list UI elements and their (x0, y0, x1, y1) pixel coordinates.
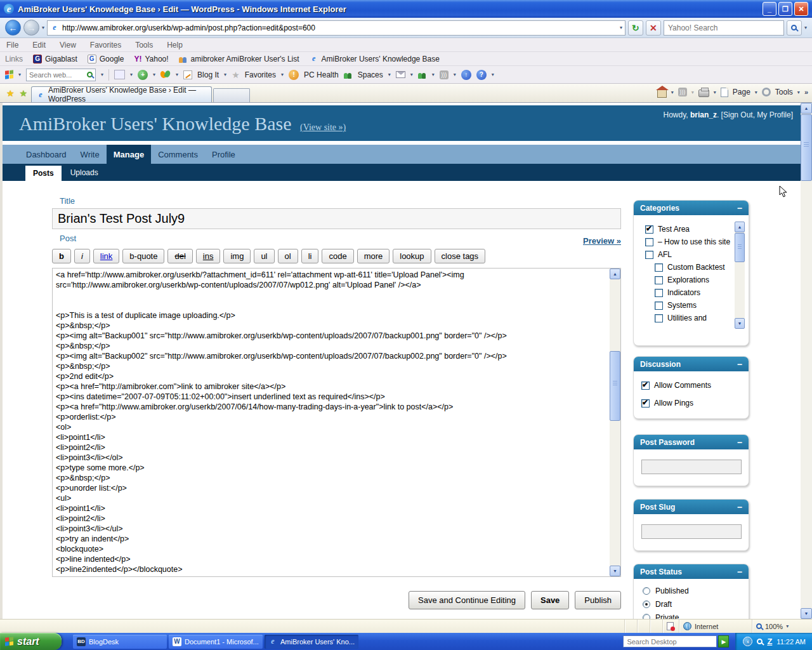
blog-it-button[interactable]: Blog It (197, 70, 219, 79)
msn-butterfly-icon[interactable] (160, 70, 171, 79)
menu-help[interactable]: Help (167, 41, 183, 50)
menu-edit[interactable]: Edit (32, 41, 46, 50)
tray-search-icon[interactable] (757, 639, 763, 644)
tools-menu-button[interactable]: Tools (775, 88, 793, 96)
quicktag-bquote-button[interactable]: b-quote (122, 249, 164, 263)
home-icon[interactable] (657, 90, 667, 98)
status-zoom-pane[interactable]: 100% ▾ (752, 620, 812, 633)
quicktag-lookup-button[interactable]: lookup (393, 249, 431, 263)
zoom-dropdown[interactable]: ▾ (786, 623, 789, 629)
favorites-dropdown[interactable]: ▾ (281, 72, 284, 77)
back-button[interactable]: ← (5, 20, 21, 36)
publish-button[interactable]: Publish (575, 591, 621, 609)
subnav-posts[interactable]: Posts (25, 166, 62, 181)
help-icon[interactable]: ? (476, 70, 487, 80)
post-status-header[interactable]: Post Status − (634, 564, 749, 579)
page-menu-dropdown[interactable]: ▾ (755, 90, 757, 95)
task-internet-explorer[interactable]: e AmiBroker Users' Kno... (265, 635, 358, 649)
quicktag-del-button[interactable]: del (167, 249, 192, 263)
allow-pings-option[interactable]: Allow Pings (641, 397, 742, 409)
status-private-option[interactable]: Private (643, 613, 742, 619)
checkbox[interactable] (655, 263, 663, 272)
status-zone-pane[interactable]: Internet (679, 620, 752, 633)
privacy-report-icon[interactable] (667, 622, 674, 630)
quicktag-italic-button[interactable]: i (74, 249, 90, 263)
quicktag-bold-button[interactable]: b (52, 249, 71, 263)
radio-button[interactable] (643, 614, 650, 619)
print-dropdown[interactable]: ▾ (714, 90, 716, 95)
forward-button[interactable]: → (23, 20, 39, 36)
checkbox-checked[interactable] (641, 381, 650, 390)
browser-tab-active[interactable]: e AmiBroker Users' Knowledge Base › Edit… (31, 86, 212, 102)
new-tab-button[interactable] (213, 88, 250, 102)
radio-button[interactable] (643, 587, 650, 595)
tools-menu-dropdown[interactable]: ▾ (797, 90, 800, 95)
editor-scrollbar[interactable]: ▲ ▼ (610, 269, 620, 576)
scrollbar-thumb[interactable] (610, 351, 620, 421)
scroll-up-arrow[interactable]: ▲ (735, 222, 745, 232)
category-item[interactable]: Utilities and (645, 312, 732, 324)
windows-logo-dropdown[interactable]: ▾ (18, 72, 21, 77)
link-yahoo[interactable]: Y! Yahoo! (134, 55, 168, 63)
web-search-box[interactable] (26, 69, 96, 81)
post-password-header[interactable]: Post Password − (634, 435, 749, 449)
scrollbar-thumb[interactable] (735, 233, 745, 262)
scroll-up-arrow[interactable]: ▲ (610, 269, 620, 279)
desktop-search-input[interactable] (623, 635, 717, 647)
collapse-icon[interactable]: − (737, 203, 742, 213)
add-content-dropdown[interactable]: ▾ (153, 72, 155, 77)
help-dropdown[interactable]: ▾ (492, 72, 494, 77)
status-security-pane[interactable] (662, 620, 679, 633)
nav-manage[interactable]: Manage (107, 145, 151, 164)
checkbox-checked[interactable] (641, 399, 650, 408)
web-search-input[interactable] (29, 71, 87, 79)
messenger-icon[interactable] (418, 71, 427, 79)
quicktag-ol-button[interactable]: ol (278, 249, 298, 263)
search-go-button[interactable] (787, 20, 802, 36)
categories-scrollbar[interactable]: ▲ ▼ (735, 222, 745, 328)
start-button[interactable]: start (0, 633, 62, 650)
category-item[interactable]: Systems (645, 299, 732, 312)
hide-icons-chevron[interactable]: ‹ (743, 637, 752, 646)
link-google[interactable]: G Google (88, 55, 124, 63)
quicktag-li-button[interactable]: li (301, 249, 319, 263)
quicktag-ul-button[interactable]: ul (254, 249, 274, 263)
close-button[interactable]: ✕ (794, 2, 808, 16)
nav-dashboard[interactable]: Dashboard (19, 145, 74, 164)
save-button[interactable]: Save (531, 591, 569, 609)
discussion-header[interactable]: Discussion − (634, 357, 749, 371)
quicktag-closetags-button[interactable]: close tags (435, 249, 486, 263)
url-input[interactable] (62, 23, 617, 32)
category-item[interactable]: Test Area (645, 223, 732, 235)
radio-button-selected[interactable] (643, 600, 650, 608)
post-content-textarea[interactable]: <a href='http://www.amibroker.org/userkb… (53, 269, 620, 576)
menu-file[interactable]: File (6, 41, 18, 50)
collapse-icon[interactable]: − (737, 437, 742, 448)
blog-it-dropdown[interactable]: ▾ (224, 72, 226, 77)
scroll-down-arrow[interactable]: ▼ (610, 566, 620, 576)
restore-button[interactable]: ❐ (778, 2, 792, 16)
mail-dropdown[interactable]: ▾ (410, 72, 413, 77)
category-item[interactable]: AFL (645, 248, 732, 261)
status-published-option[interactable]: Published (643, 587, 742, 595)
messenger-dropdown[interactable]: ▾ (432, 72, 435, 77)
checkbox-checked[interactable] (645, 225, 653, 234)
refresh-button[interactable]: ↻ (628, 20, 643, 36)
quicktag-more-button[interactable]: more (357, 249, 390, 263)
msn-dropdown[interactable]: ▾ (176, 72, 178, 77)
category-item[interactable]: Indicators (645, 286, 732, 299)
nav-write[interactable]: Write (74, 145, 107, 164)
checkbox[interactable] (655, 314, 663, 322)
pc-health-button[interactable]: PC Health (304, 70, 339, 79)
scroll-up-arrow[interactable]: ▲ (801, 103, 812, 114)
view-site-link[interactable]: (View site ») (300, 123, 346, 132)
form-fill-icon[interactable] (114, 70, 125, 79)
home-dropdown[interactable]: ▾ (671, 90, 674, 95)
print-icon[interactable] (698, 90, 709, 97)
favorites-button[interactable]: Favorites (245, 70, 276, 79)
scroll-down-arrow[interactable]: ▼ (735, 318, 745, 329)
post-password-input[interactable] (641, 460, 742, 474)
rss-icon[interactable]: ))) (440, 70, 449, 79)
feeds-dropdown[interactable]: ▾ (691, 90, 694, 95)
tray-z-app-icon[interactable]: Z (767, 637, 772, 646)
